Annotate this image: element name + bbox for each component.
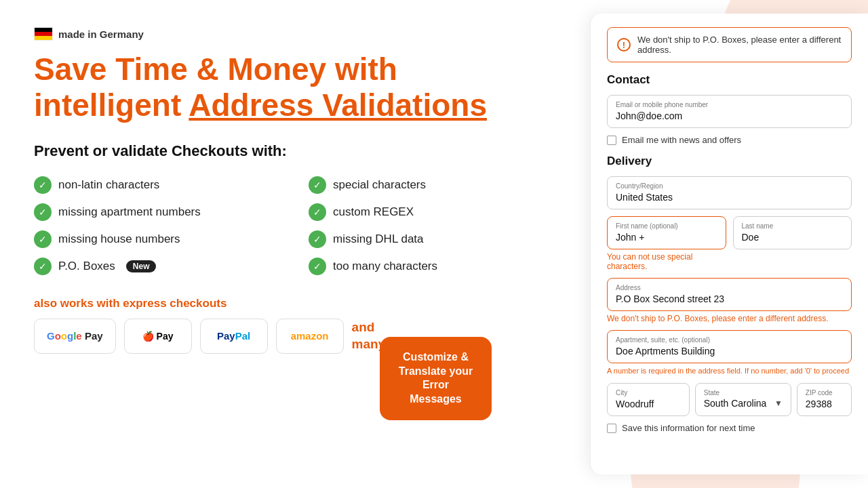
apt-warning: A number is required in the address fiel…	[607, 366, 852, 376]
zip-value: 29388	[806, 399, 832, 409]
address-field[interactable]: Address P.O Box Second street 23	[607, 278, 852, 311]
made-in-germany-text: made in Germany	[58, 28, 144, 40]
city-value: Woodruff	[616, 399, 654, 409]
gpay-badge: Google Pay	[34, 319, 116, 354]
cta-bubble: Customize & Translate your Error Message…	[380, 337, 492, 420]
address-error: We don't ship to P.O. Boxes, please ente…	[607, 314, 852, 323]
apple-pay-badge: 🍎 Pay	[124, 319, 192, 354]
city-field[interactable]: City Woodruff	[607, 383, 690, 416]
city-label: City	[616, 389, 681, 396]
check-icon: ✓	[34, 203, 52, 221]
error-icon: !	[617, 38, 631, 52]
last-name-value: Doe	[742, 232, 760, 243]
email-value: John@doe.com	[616, 110, 682, 121]
features-grid: ✓ non-latin characters ✓ special charact…	[34, 174, 556, 278]
state-label: State	[704, 389, 783, 396]
zip-field[interactable]: ZIP code 29388	[797, 383, 852, 416]
express-title: also works with express checkouts	[34, 297, 556, 310]
feature-non-latin: ✓ non-latin characters	[34, 174, 281, 197]
feature-po-boxes: ✓ P.O. Boxes New	[34, 255, 281, 278]
feature-too-many-chars: ✓ too many characters	[309, 255, 556, 278]
apt-field[interactable]: Apartment, suite, etc. (optional) Doe Ap…	[607, 330, 852, 363]
feature-house: ✓ missing house numbers	[34, 228, 281, 251]
feature-dhl: ✓ missing DHL data	[309, 228, 556, 251]
newsletter-label: Email me with news and offers	[622, 135, 741, 145]
paypal-badge: PayPal	[200, 319, 268, 354]
first-name-error: You can not use special characters.	[607, 252, 726, 271]
delivery-section-title: Delivery	[607, 155, 852, 168]
check-icon: ✓	[34, 258, 52, 275]
newsletter-row[interactable]: Email me with news and offers	[607, 135, 852, 145]
state-value: South Carolina	[704, 398, 767, 409]
checkout-form-panel: ! We don't ship to P.O. Boxes, please en…	[590, 14, 868, 474]
dropdown-arrow-icon: ▼	[774, 399, 783, 408]
feature-regex: ✓ custom REGEX	[309, 201, 556, 224]
email-label: Email or mobile phone number	[616, 101, 843, 108]
first-name-value: John +	[616, 232, 644, 243]
country-field[interactable]: Country/Region United States	[607, 176, 852, 209]
save-info-label: Save this information for next time	[622, 423, 755, 433]
save-info-checkbox[interactable]	[607, 424, 616, 433]
check-icon: ✓	[309, 258, 326, 275]
first-name-field[interactable]: First name (optional) John +	[607, 216, 726, 249]
feature-apartment: ✓ missing apartment numbers	[34, 201, 281, 224]
check-icon: ✓	[309, 230, 326, 248]
apt-value: Doe Aprtments Building	[616, 346, 715, 357]
apt-label: Apartment, suite, etc. (optional)	[616, 336, 843, 344]
left-panel: made in Germany Save Time & Money with i…	[0, 0, 590, 488]
amazon-badge: amazon	[276, 319, 344, 354]
address-label: Address	[616, 284, 843, 291]
address-value: P.O Box Second street 23	[616, 293, 724, 304]
headline-highlight: Address Validations	[189, 87, 487, 123]
last-name-field[interactable]: Last name Doe	[733, 216, 852, 249]
subtitle: Prevent or validate Checkouts with:	[34, 142, 556, 160]
check-icon: ✓	[309, 203, 326, 221]
error-banner-text: We don't ship to P.O. Boxes, please ente…	[637, 35, 842, 55]
first-name-label: First name (optional)	[616, 222, 717, 230]
newsletter-checkbox[interactable]	[607, 136, 616, 145]
feature-special-chars: ✓ special characters	[309, 174, 556, 197]
zip-label: ZIP code	[806, 389, 843, 396]
check-icon: ✓	[309, 176, 326, 194]
country-value: United States	[616, 192, 673, 203]
main-headline: Save Time & Money with intelligent Addre…	[34, 52, 556, 123]
check-icon: ✓	[34, 176, 52, 194]
error-banner: ! We don't ship to P.O. Boxes, please en…	[607, 27, 852, 62]
state-field[interactable]: State South Carolina ▼	[695, 383, 791, 416]
german-flag-icon	[34, 27, 53, 41]
city-state-zip-row: City Woodruff State South Carolina ▼ ZIP…	[607, 383, 852, 423]
contact-section-title: Contact	[607, 73, 852, 87]
save-info-row[interactable]: Save this information for next time	[607, 423, 852, 433]
country-label: Country/Region	[616, 182, 843, 190]
email-field[interactable]: Email or mobile phone number John@doe.co…	[607, 95, 852, 128]
last-name-label: Last name	[742, 222, 844, 230]
new-badge: New	[126, 260, 157, 272]
name-row: First name (optional) John + You can not…	[607, 216, 852, 278]
check-icon: ✓	[34, 230, 52, 248]
made-in-germany-badge: made in Germany	[34, 27, 556, 41]
